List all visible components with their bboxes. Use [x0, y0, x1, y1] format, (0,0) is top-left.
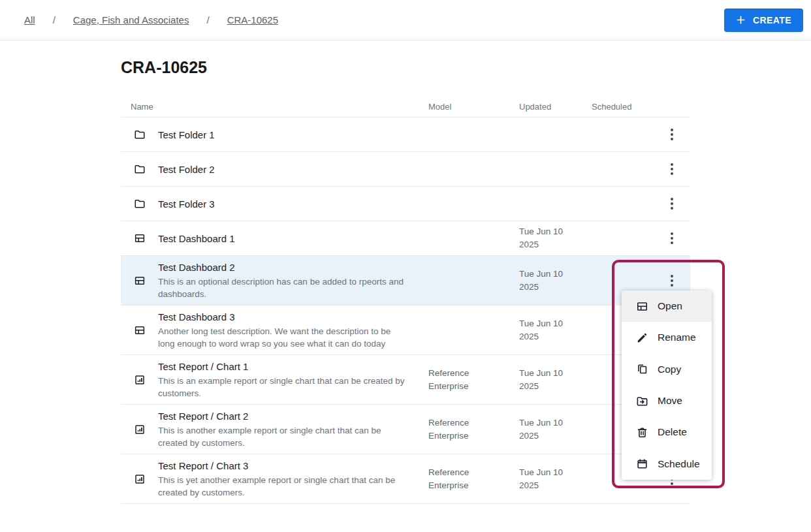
column-header-updated: Updated — [519, 102, 592, 112]
breadcrumb-link-current[interactable]: CRA-10625 — [227, 14, 278, 25]
top-header: All / Cage, Fish and Associates / CRA-10… — [0, 0, 811, 40]
folder-icon — [134, 129, 146, 140]
report-icon — [134, 473, 146, 485]
item-name: Test Folder 1 — [158, 128, 408, 142]
item-name: Test Report / Chart 1 — [158, 360, 408, 373]
context-menu-item-label: Move — [658, 395, 682, 407]
context-menu-item[interactable]: Schedule — [622, 448, 712, 480]
context-menu-item[interactable]: Delete — [622, 416, 712, 448]
item-name: Test Dashboard 3 — [158, 310, 408, 324]
table-body: Test Folder 1 Test Folder 2 — [121, 117, 690, 504]
model-cell — [428, 305, 519, 354]
scheduled-cell — [592, 117, 662, 151]
report-icon — [134, 424, 146, 435]
folder-icon — [134, 198, 146, 210]
item-name: Test Report / Chart 3 — [158, 459, 408, 473]
item-description: This is an optional description has can … — [158, 275, 408, 300]
scheduled-cell — [592, 221, 662, 255]
table-row[interactable]: Test Dashboard 2 This is an optional des… — [121, 256, 690, 305]
page-title: CRA-10625 — [121, 57, 690, 77]
trash-icon — [636, 426, 648, 439]
breadcrumb-link-all[interactable]: All — [24, 14, 35, 25]
breadcrumb: All / Cage, Fish and Associates / CRA-10… — [24, 14, 278, 25]
scheduled-cell — [592, 152, 662, 186]
updated-cell — [519, 187, 592, 221]
report-icon — [134, 374, 146, 386]
item-description: Another long test description. We want t… — [158, 325, 408, 350]
table-row[interactable]: Test Dashboard 3 Another long test descr… — [121, 305, 690, 355]
row-actions-kebab-icon[interactable] — [662, 194, 682, 213]
item-name: Test Folder 2 — [158, 163, 408, 176]
context-menu-item[interactable]: Move — [622, 385, 712, 416]
updated-cell — [519, 152, 592, 186]
updated-cell: Tue Jun 10 2025 — [519, 405, 592, 454]
model-cell — [428, 187, 519, 221]
item-description: This is an example report or single char… — [158, 375, 408, 399]
move-folder-icon — [636, 395, 648, 407]
name-cell: Test Dashboard 1 — [121, 221, 428, 255]
context-menu-item[interactable]: Rename — [622, 322, 712, 353]
model-cell — [428, 256, 519, 305]
table-row[interactable]: Test Dashboard 1 Tue Jun 10 2025 — [121, 221, 690, 256]
dashboard-icon — [134, 324, 146, 336]
column-header-name: Name — [121, 102, 428, 112]
updated-cell — [519, 117, 592, 151]
folder-icon — [134, 163, 146, 175]
item-description: This is yet another example report or si… — [158, 474, 408, 499]
model-cell — [428, 152, 519, 186]
model-cell — [428, 221, 519, 255]
item-name: Test Dashboard 2 — [158, 260, 408, 274]
context-menu-item[interactable]: Open — [622, 290, 712, 322]
row-actions-kebab-icon[interactable] — [662, 159, 682, 179]
name-cell: Test Dashboard 3 Another long test descr… — [121, 305, 428, 354]
name-cell: Test Report / Chart 3 This is yet anothe… — [121, 454, 428, 503]
breadcrumb-link-client[interactable]: Cage, Fish and Associates — [73, 14, 189, 25]
context-menu-item-label: Schedule — [658, 458, 700, 470]
name-cell: Test Folder 2 — [121, 152, 428, 186]
updated-cell: Tue Jun 10 2025 — [519, 221, 592, 255]
items-table: Name Model Updated Scheduled Test Folder… — [121, 97, 690, 504]
name-cell: Test Dashboard 2 This is an optional des… — [121, 256, 428, 305]
copy-icon — [636, 363, 648, 375]
context-menu-item-label: Open — [658, 300, 682, 312]
row-actions-kebab-icon[interactable] — [662, 125, 682, 144]
updated-cell: Tue Jun 10 2025 — [519, 305, 592, 354]
item-name: Test Report / Chart 2 — [158, 409, 408, 423]
item-name: Test Dashboard 1 — [158, 232, 408, 245]
table-row[interactable]: Test Folder 1 — [121, 117, 690, 152]
updated-cell: Tue Jun 10 2025 — [519, 454, 592, 503]
table-header: Name Model Updated Scheduled — [121, 97, 690, 117]
main-content: CRA-10625 Name Model Updated Scheduled T… — [121, 40, 690, 504]
context-menu-item-label: Delete — [658, 426, 687, 438]
scheduled-cell — [592, 187, 662, 221]
name-cell: Test Report / Chart 2 This is another ex… — [121, 405, 428, 454]
model-cell: Reference Enterprise — [428, 454, 519, 503]
breadcrumb-separator: / — [53, 14, 56, 25]
table-row[interactable]: Test Report / Chart 2 This is another ex… — [121, 405, 690, 454]
updated-cell: Tue Jun 10 2025 — [519, 256, 592, 305]
create-button[interactable]: CREATE — [724, 8, 803, 32]
plus-icon — [736, 15, 746, 25]
row-actions-kebab-icon[interactable] — [662, 228, 682, 248]
column-header-scheduled: Scheduled — [592, 102, 662, 112]
column-header-model: Model — [428, 102, 519, 112]
model-cell — [428, 117, 519, 151]
table-row[interactable]: Test Folder 3 — [121, 187, 690, 221]
row-actions-kebab-icon[interactable] — [662, 271, 682, 290]
pencil-icon — [636, 332, 648, 344]
dashboard-icon — [134, 232, 146, 244]
item-description: This is another example report or single… — [158, 424, 408, 449]
context-menu-item[interactable]: Copy — [622, 354, 712, 385]
model-cell: Reference Enterprise — [428, 355, 519, 404]
row-context-menu: Open Rename Copy Move Delete Schedule — [622, 290, 712, 480]
name-cell: Test Folder 3 — [121, 187, 428, 221]
model-cell: Reference Enterprise — [428, 405, 519, 454]
breadcrumb-separator: / — [206, 14, 209, 25]
updated-cell: Tue Jun 10 2025 — [519, 355, 592, 404]
table-row[interactable]: Test Folder 2 — [121, 152, 690, 187]
table-row[interactable]: Test Report / Chart 3 This is yet anothe… — [121, 454, 690, 504]
create-button-label: CREATE — [753, 15, 791, 25]
name-cell: Test Folder 1 — [121, 117, 428, 151]
table-row[interactable]: Test Report / Chart 1 This is an example… — [121, 355, 690, 405]
context-menu-item-label: Rename — [658, 332, 696, 343]
